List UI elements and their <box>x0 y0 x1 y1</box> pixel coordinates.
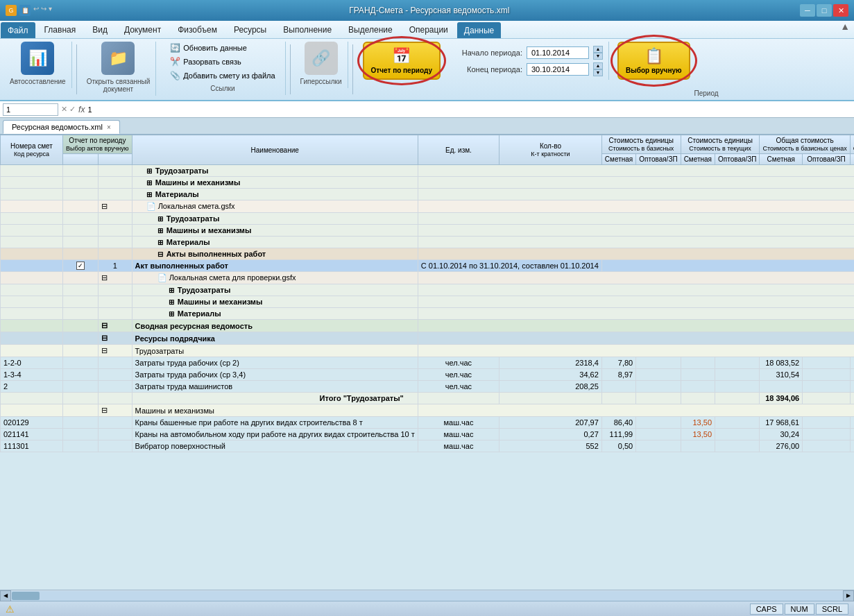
main-tab[interactable]: Ресурсная ведомость.xml × <box>3 120 120 134</box>
ribbon: 📊 Автосоставление 📁 Открыть связанныйдок… <box>0 39 854 101</box>
menu-file[interactable]: Файл <box>1 22 35 38</box>
row-num <box>99 284 133 296</box>
row-data <box>418 200 854 213</box>
scroll-right-button[interactable]: ▶ <box>843 590 854 601</box>
start-date-spin[interactable]: ▲▼ <box>593 46 603 60</box>
add-icon: 📎 <box>170 71 180 80</box>
app-icon2: 📋 <box>19 5 31 16</box>
row-name: Затраты труда рабочих (ср 3,4) <box>132 369 418 381</box>
minimize-button[interactable]: ─ <box>800 4 815 17</box>
expand-icon[interactable]: ⊞ <box>146 191 152 198</box>
update-data-button[interactable]: 🔄 Обновить данные <box>166 42 279 54</box>
row-code <box>1 272 63 284</box>
spin-down[interactable]: ▼ <box>593 53 603 60</box>
expand-icon[interactable]: ⊞ <box>146 179 152 187</box>
row-data <box>418 165 854 177</box>
row-unit: маш.час <box>418 440 499 452</box>
spin-up2[interactable]: ▲ <box>593 62 603 69</box>
close-button[interactable]: ✕ <box>833 4 848 17</box>
ribbon-group-links: 🔄 Обновить данные ✂️ Разорвать связь 📎 Д… <box>160 42 285 95</box>
expand-icon[interactable]: ⊞ <box>157 215 163 223</box>
row-code: 020129 <box>1 417 63 429</box>
row-check <box>63 189 99 200</box>
status-bar: ⚠ CAPS NUM SCRL <box>0 601 854 616</box>
row-name: ⊞ Трудозатраты <box>132 165 418 177</box>
row-opt-cur <box>715 357 760 369</box>
start-date-input[interactable] <box>527 46 589 59</box>
disconnect-button[interactable]: ✂️ Разорвать связь <box>166 55 279 68</box>
divider2 <box>290 44 291 94</box>
row-opt-base <box>636 429 681 440</box>
maximize-button[interactable]: □ <box>817 4 832 17</box>
row-opt-cur <box>715 393 760 404</box>
table-row: 1-2-0 Затраты труда рабочих (ср 2) чел.ч… <box>1 357 855 369</box>
menu-operations[interactable]: Операции <box>401 21 456 38</box>
scroll-track[interactable] <box>11 591 843 601</box>
scroll-left-button[interactable]: ◀ <box>0 590 11 601</box>
row-cur-total <box>850 393 854 404</box>
table-row: ⊟ 📄 Локальная смета.gsfx <box>1 200 855 213</box>
row-check <box>63 272 99 284</box>
row-base-total: 17 968,61 <box>760 417 803 429</box>
grid-container[interactable]: Номера сметКод ресурса Отчет по периодуВ… <box>0 135 854 590</box>
scroll-thumb[interactable] <box>12 592 40 600</box>
row-name: 📄 Локальная смета.gsfx <box>132 200 418 213</box>
row-opt-base <box>636 357 681 369</box>
row-check <box>63 417 99 429</box>
formula-input[interactable] <box>87 105 851 114</box>
row-cur-total <box>850 357 854 369</box>
cell-reference-input[interactable] <box>3 103 58 116</box>
menu-physvol[interactable]: Физобъем <box>169 21 225 38</box>
row-num <box>99 369 133 381</box>
spin-up[interactable]: ▲ <box>593 46 603 53</box>
row-name: ⊞ Машины и механизмы <box>132 177 418 189</box>
row-name: Краны башенные при работе на других вида… <box>132 417 418 429</box>
fx-label: fx <box>78 105 85 114</box>
row-qty: 34,62 <box>499 369 602 381</box>
selected-act-row: ✓ 1 Акт выполненных работ С 01.10.2014 п… <box>1 260 855 272</box>
add-estimate-button[interactable]: 📎 Добавить смету из файла <box>166 69 279 82</box>
menu-execution[interactable]: Выполнение <box>275 21 340 38</box>
row-opt-cur <box>715 429 760 440</box>
report-period-button[interactable]: 📅 Отчет по периоду <box>363 42 441 80</box>
table-row: ⊞ Машины и механизмы <box>1 225 855 237</box>
open-linked-label: Открыть связанныйдокумент <box>87 75 151 93</box>
row-check <box>63 225 99 237</box>
table-row: ⊞ Материалы <box>1 237 855 248</box>
divider1 <box>76 44 77 94</box>
row-cur-total: 2 807,60 <box>850 417 854 429</box>
end-date-spin[interactable]: ▲▼ <box>593 62 603 76</box>
select-manual-button[interactable]: 📋 Выбор вручную <box>617 42 690 80</box>
menu-resources[interactable]: Ресурсы <box>225 21 275 38</box>
expand-icon[interactable]: ⊞ <box>169 298 174 306</box>
end-date-input[interactable] <box>527 63 589 76</box>
expand-icon[interactable]: ⊟ <box>157 250 163 258</box>
tab-close-button[interactable]: × <box>107 123 111 131</box>
row-data <box>418 213 854 225</box>
end-period-label: Конец периода: <box>446 65 522 74</box>
row-base-price: 7,80 <box>601 357 635 369</box>
expand-icon[interactable]: ⊞ <box>169 310 174 318</box>
menu-data[interactable]: Данные <box>457 22 501 38</box>
horizontal-scrollbar[interactable]: ◀ ▶ <box>0 590 854 601</box>
table-row: ⊞ Трудозатраты <box>1 165 855 177</box>
row-qty: 208,25 <box>499 381 602 393</box>
expand-icon[interactable]: ⊞ <box>169 286 174 294</box>
menu-selection[interactable]: Выделение <box>340 21 401 38</box>
col-header-cur-price: Стоимость единицыСтоимость в текущих <box>681 135 760 154</box>
row-check <box>63 165 99 177</box>
menu-view[interactable]: Вид <box>84 21 116 38</box>
row-checkbox[interactable]: ✓ <box>76 262 85 270</box>
expand-icon[interactable]: ⊞ <box>146 167 152 175</box>
ribbon-collapse[interactable]: ▲ <box>840 21 854 38</box>
spin-down2[interactable]: ▼ <box>593 69 603 76</box>
row-num: ⊟ <box>99 332 133 345</box>
menu-home[interactable]: Главная <box>36 21 85 38</box>
row-data <box>601 260 854 272</box>
expand-icon[interactable]: ⊞ <box>157 227 163 234</box>
expand-icon[interactable]: ⊞ <box>157 239 163 246</box>
row-check <box>63 320 99 332</box>
row-data <box>418 320 854 332</box>
menu-doc[interactable]: Документ <box>116 21 169 38</box>
row-num: ⊟ <box>99 320 133 332</box>
